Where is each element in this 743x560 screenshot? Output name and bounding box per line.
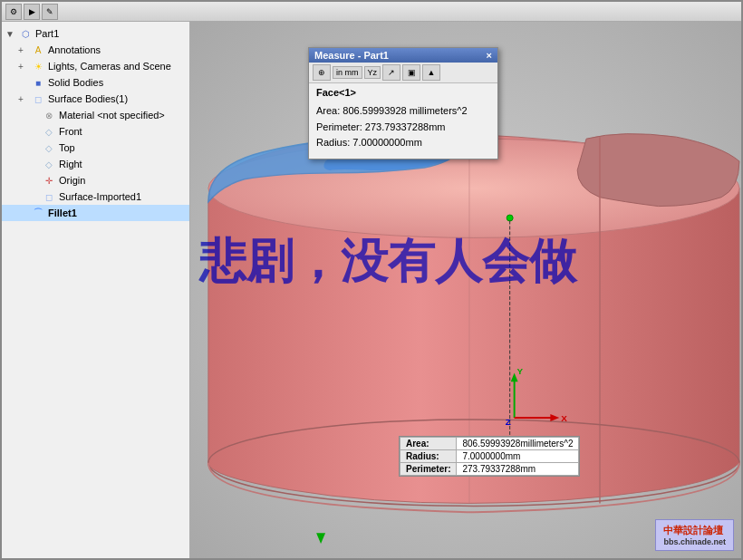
tree-item-lights[interactable]: + ☀ Lights, Cameras and Scene <box>2 58 189 74</box>
tree-item-top[interactable]: ◇ Top <box>2 140 189 156</box>
expand-icon-lights: + <box>18 62 29 72</box>
top-toolbar: ⚙ ▶ ✎ <box>2 2 741 22</box>
lights-icon: ☀ <box>31 59 45 73</box>
logo-line1: 中華設計論壇 <box>663 524 726 537</box>
table-label-area: Area: <box>400 438 457 450</box>
tree-item-root[interactable]: ▼ ⬡ Part1 <box>2 25 189 42</box>
measure-unit-label[interactable]: in mm <box>333 66 362 79</box>
tree-item-fillet1-label: Fillet1 <box>48 208 77 218</box>
perimeter-label: Perimeter: <box>316 121 362 132</box>
toolbar-icon-2[interactable]: ▶ <box>24 4 40 20</box>
solid-bodies-icon: ■ <box>31 75 45 90</box>
toolbar-icon-3[interactable]: ✎ <box>42 4 58 20</box>
measure-coord-label[interactable]: Yz <box>364 66 381 79</box>
table-row-radius: Radius: 7.0000000mm <box>400 450 579 463</box>
perimeter-value: 273.79337288mm <box>365 121 446 132</box>
measure-tool-btn-1[interactable]: ⊕ <box>313 64 331 81</box>
expand-icon-root: ▼ <box>5 29 16 39</box>
dialog-measurements: Area: 806.59993928 millimeters^2 Perimet… <box>316 103 490 151</box>
table-row-area: Area: 806.59993928millimeters^2 <box>400 438 579 450</box>
dialog-close-button[interactable]: × <box>487 50 492 61</box>
svg-text:X: X <box>561 413 567 423</box>
surface-imported-icon: ◻ <box>42 189 56 204</box>
main-content: ▼ ⬡ Part1 + A Annotations + ☀ Lights, Ca… <box>2 22 741 558</box>
tree-item-annotations-label: Annotations <box>48 44 101 55</box>
part-icon: ⬡ <box>18 26 33 41</box>
logo-line2: bbs.chinade.net <box>663 537 726 546</box>
tree-item-material[interactable]: ⊗ Material <not specified> <box>2 107 189 123</box>
measure-collapse-btn[interactable]: ▲ <box>422 64 440 81</box>
bottom-measurement-table: Area: 806.59993928millimeters^2 Radius: … <box>399 436 580 477</box>
perimeter-row: Perimeter: 273.79337288mm <box>316 120 490 136</box>
radius-value: 7.00000000mm <box>352 137 421 148</box>
tree-item-material-label: Material <not specified> <box>59 110 165 121</box>
tree-item-front-label: Front <box>59 126 82 137</box>
surface-bodies-icon: ◻ <box>31 92 45 106</box>
front-plane-icon: ◇ <box>42 124 56 139</box>
annotations-icon: A <box>31 43 45 57</box>
tree-item-right-label: Right <box>59 159 82 169</box>
tree-item-solid-bodies-label: Solid Bodies <box>48 77 103 88</box>
tree-item-solid-bodies[interactable]: ■ Solid Bodies <box>2 74 189 91</box>
top-plane-icon: ◇ <box>42 140 56 155</box>
tree-item-origin-label: Origin <box>59 175 85 186</box>
tree-item-surface-imported[interactable]: ◻ Surface-Imported1 <box>2 188 189 205</box>
dialog-content: Face<1> Area: 806.59993928 millimeters^2… <box>309 83 497 159</box>
table-label-radius: Radius: <box>400 450 457 463</box>
tree-root-label: Part1 <box>35 28 59 39</box>
3d-viewport[interactable]: Y X Z Measure - Part1 × <box>190 22 741 558</box>
table-value-radius: 7.0000000mm <box>457 450 579 463</box>
table-value-perimeter: 273.79337288mm <box>457 463 579 476</box>
svg-point-12 <box>507 215 513 221</box>
tree-item-top-label: Top <box>59 142 75 153</box>
area-value: 806.59993928 millimeters^2 <box>343 105 467 116</box>
tree-item-surface-bodies-label: Surface Bodies(1) <box>48 93 128 104</box>
origin-icon: ✛ <box>42 173 56 188</box>
tree-item-fillet1[interactable]: ⌒ Fillet1 <box>2 205 189 221</box>
feature-tree-sidebar: ▼ ⬡ Part1 + A Annotations + ☀ Lights, Ca… <box>2 22 190 558</box>
svg-text:Y: Y <box>517 366 524 376</box>
material-icon: ⊗ <box>42 108 56 122</box>
dialog-toolbar: ⊕ in mm Yz ↗ ▣ ▲ <box>309 63 497 83</box>
area-label: Area: <box>316 105 340 116</box>
table-label-perimeter: Perimeter: <box>400 463 457 476</box>
expand-icon-annotations: + <box>18 45 29 55</box>
app-window: ⚙ ▶ ✎ ▼ ⬡ Part1 + A Annotations + ☀ Ligh… <box>0 0 743 560</box>
toolbar-icon-1[interactable]: ⚙ <box>5 4 22 20</box>
measure-tool-btn-2[interactable]: ↗ <box>382 64 400 81</box>
tree-item-origin[interactable]: ✛ Origin <box>2 172 189 188</box>
dialog-title: Measure - Part1 <box>314 50 389 61</box>
tree-item-surface-imported-label: Surface-Imported1 <box>59 191 141 202</box>
radius-label: Radius: <box>316 137 350 148</box>
table-value-area: 806.59993928millimeters^2 <box>457 438 579 450</box>
tree-item-lights-label: Lights, Cameras and Scene <box>48 61 171 72</box>
tree-item-front[interactable]: ◇ Front <box>2 123 189 140</box>
right-plane-icon: ◇ <box>42 157 56 171</box>
dialog-entity-label: Face<1> <box>316 87 490 98</box>
area-row: Area: 806.59993928 millimeters^2 <box>316 103 490 120</box>
tree-item-annotations[interactable]: + A Annotations <box>2 42 189 58</box>
dialog-titlebar[interactable]: Measure - Part1 × <box>309 48 497 63</box>
tree-item-surface-bodies[interactable]: + ◻ Surface Bodies(1) <box>2 91 189 107</box>
table-row-perimeter: Perimeter: 273.79337288mm <box>400 463 579 476</box>
logo-badge: 中華設計論壇 bbs.chinade.net <box>655 519 734 551</box>
radius-row: Radius: 7.00000000mm <box>316 135 490 151</box>
tree-item-right[interactable]: ◇ Right <box>2 156 189 172</box>
fillet1-icon: ⌒ <box>31 206 45 220</box>
expand-icon-surface: + <box>18 94 29 104</box>
measure-dialog: Measure - Part1 × ⊕ in mm Yz ↗ ▣ ▲ Face<… <box>308 47 498 159</box>
measure-tool-btn-3[interactable]: ▣ <box>402 64 420 81</box>
